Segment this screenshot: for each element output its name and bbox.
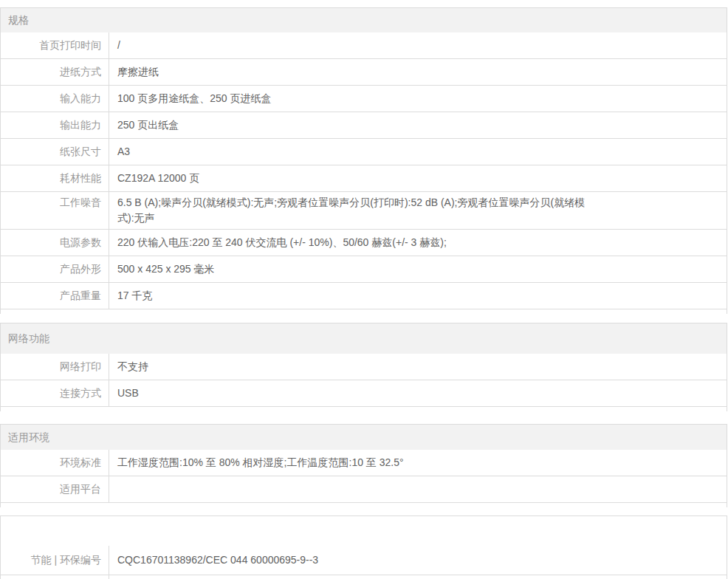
spec-label: 网络打印 — [1, 354, 109, 380]
section-clipped-edge — [1, 503, 727, 507]
spec-row: 环境标准 工作湿度范围:10% 至 80% 相对湿度;工作温度范围:10 至 3… — [1, 450, 727, 476]
spec-value: 17 千克 — [109, 283, 727, 309]
spec-label: 首页打印时间 — [1, 32, 109, 58]
spec-row: 工作噪音 6.5 B (A);噪声分贝(就绪模式):无声;旁观者位置噪声分贝(打… — [1, 192, 727, 230]
spec-label: 进纸方式 — [1, 59, 109, 85]
section-empty-header — [1, 516, 727, 546]
spec-row: 输入能力 100 页多用途纸盒、250 页进纸盒 — [1, 86, 727, 112]
spec-value — [109, 476, 727, 502]
spec-value: USB — [109, 380, 727, 406]
spec-section-specifications: 规格 首页打印时间 / 进纸方式 摩擦进纸 输入能力 100 页多用途纸盒、25… — [0, 7, 727, 314]
spec-value: 摩擦进纸 — [109, 59, 727, 85]
spec-section-energy: 节能 | 环保编号 CQC16701138962/CEC 044 6000069… — [0, 515, 727, 579]
spec-label: 电源参数 — [1, 230, 109, 256]
spec-label: 节能 | 环保编号 — [1, 546, 109, 575]
spec-row: 纸张尺寸 A3 — [1, 139, 727, 165]
section-title: 网络功能 — [1, 323, 727, 354]
spec-label: 输入能力 — [1, 86, 109, 112]
section-clipped-edge — [1, 407, 727, 411]
spec-row: 进纸方式 摩擦进纸 — [1, 59, 727, 86]
spec-label: 工作噪音 — [1, 192, 109, 229]
spec-value: CQC16701138962/CEC 044 60000695-9--3 — [109, 546, 727, 575]
spec-value: 6.5 B (A);噪声分贝(就绪模式):无声;旁观者位置噪声分贝(打印时):5… — [109, 192, 588, 229]
spec-row: 连接方式 USB — [1, 380, 727, 407]
spec-section-environment: 适用环境 环境标准 工作湿度范围:10% 至 80% 相对湿度;工作温度范围:1… — [0, 424, 727, 507]
spec-row: 适用平台 — [1, 476, 727, 503]
section-title: 规格 — [1, 8, 727, 32]
spec-section-network: 网络功能 网络打印 不支持 连接方式 USB — [0, 323, 727, 411]
spec-row: 网络打印 不支持 — [1, 354, 727, 380]
spec-row: 耗材性能 CZ192A 12000 页 — [1, 165, 727, 192]
spec-label: 纸张尺寸 — [1, 139, 109, 165]
spec-value: A3 — [109, 139, 727, 165]
section-title: 适用环境 — [1, 425, 727, 450]
spec-value: 工作湿度范围:10% 至 80% 相对湿度;工作温度范围:10 至 32.5° — [109, 450, 727, 476]
spec-value: 250 页出纸盒 — [109, 112, 727, 138]
spec-row: 产品重量 17 千克 — [1, 283, 727, 309]
section-clipped-row — [1, 575, 727, 579]
spec-value: CZ192A 12000 页 — [109, 165, 727, 191]
spec-label: 连接方式 — [1, 380, 109, 406]
spec-label: 产品重量 — [1, 283, 109, 309]
spec-row: 产品外形 500 x 425 x 295 毫米 — [1, 256, 727, 283]
column-divider — [1, 575, 109, 579]
spec-label: 环境标准 — [1, 450, 109, 476]
section-clipped-edge — [1, 309, 727, 314]
spec-value: 不支持 — [109, 354, 727, 380]
spec-value: 220 伏输入电压:220 至 240 伏交流电 (+/- 10%)、50/60… — [109, 230, 727, 256]
spec-label: 输出能力 — [1, 112, 109, 138]
spec-row: 输出能力 250 页出纸盒 — [1, 112, 727, 139]
spec-value: 100 页多用途纸盒、250 页进纸盒 — [109, 86, 727, 112]
spec-value: 500 x 425 x 295 毫米 — [109, 256, 727, 282]
spec-value: / — [109, 32, 727, 58]
spec-row: 首页打印时间 / — [1, 32, 727, 59]
spec-label: 耗材性能 — [1, 165, 109, 191]
spec-row: 电源参数 220 伏输入电压:220 至 240 伏交流电 (+/- 10%)、… — [1, 230, 727, 256]
spec-row: 节能 | 环保编号 CQC16701138962/CEC 044 6000069… — [1, 546, 727, 575]
spec-label: 适用平台 — [1, 476, 109, 502]
spec-label: 产品外形 — [1, 256, 109, 282]
